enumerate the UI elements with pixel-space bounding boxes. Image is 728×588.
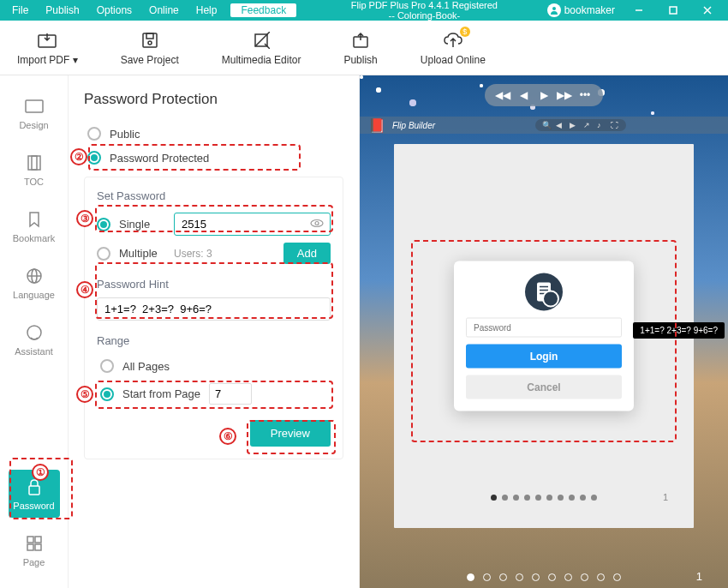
menu-file[interactable]: File	[3, 4, 37, 16]
main-toolbar: Import PDF ▾ Save Project Multimedia Edi…	[0, 21, 728, 75]
prev-page-icon[interactable]: ◀	[516, 88, 531, 102]
close-button[interactable]	[690, 0, 725, 21]
login-button[interactable]: Login	[466, 345, 622, 369]
radio-icon	[87, 151, 101, 165]
preview-nav-controls: ◀◀ ◀ ▶ ▶▶ •••	[485, 84, 603, 106]
users-count: Users: 3	[174, 248, 275, 260]
callout-5: ⑤	[76, 386, 93, 403]
upload-online-button[interactable]: Upload Online	[412, 27, 494, 69]
minimize-button[interactable]	[622, 0, 656, 21]
menu-help[interactable]: Help	[188, 4, 226, 16]
toc-icon	[24, 153, 45, 173]
share-icon[interactable]: ↗	[583, 121, 592, 129]
panel-title: Password Protection	[84, 91, 343, 108]
svg-point-0	[552, 7, 556, 10]
first-page-icon[interactable]: ◀◀	[495, 88, 510, 102]
set-password-label: Set Password	[97, 189, 331, 202]
radio-icon	[97, 218, 110, 231]
publish-label: Publish	[343, 54, 377, 66]
feedback-button[interactable]: Feedback	[230, 3, 296, 17]
sound-icon[interactable]: ♪	[597, 121, 606, 129]
sidebar-item-toc[interactable]: TOC	[9, 146, 60, 194]
start-page-input[interactable]	[209, 383, 252, 405]
next-page-icon[interactable]: ▶	[536, 88, 552, 102]
sidebar-item-language[interactable]: Language	[9, 259, 60, 307]
multimedia-icon	[251, 30, 272, 51]
preview-mini-toolbar: 🔍 ◀ ▶ ↗ ♪ ⛶	[535, 119, 626, 131]
radio-icon	[97, 247, 110, 261]
page-dots	[491, 495, 597, 501]
callout-3: ③	[76, 210, 93, 227]
svg-rect-12	[28, 156, 37, 170]
page-number: 1	[663, 492, 668, 502]
sidebar-item-design[interactable]: Design	[9, 89, 60, 137]
eye-icon[interactable]	[310, 218, 324, 231]
import-pdf-button[interactable]: Import PDF ▾	[9, 27, 87, 69]
svg-rect-22	[35, 544, 41, 550]
nav-icon[interactable]: ◀	[556, 121, 564, 129]
sidebar-item-bookmark[interactable]: Bookmark	[9, 202, 60, 250]
globe-icon	[24, 266, 45, 286]
bottom-page-number: 1	[696, 570, 702, 583]
single-password-input[interactable]	[174, 213, 331, 236]
callout-1: ①	[32, 464, 49, 481]
radio-icon	[87, 127, 101, 141]
last-page-icon[interactable]: ▶▶	[557, 88, 572, 102]
radio-start-from[interactable]: Start from Page	[97, 378, 331, 410]
multimedia-editor-button[interactable]: Multimedia Editor	[213, 27, 310, 69]
publish-button[interactable]: Publish	[335, 27, 385, 69]
cancel-button[interactable]: Cancel	[466, 375, 622, 399]
hint-tooltip: 1+1=? 2+3=? 9+6=?	[633, 322, 725, 339]
save-icon	[140, 30, 160, 51]
save-project-button[interactable]: Save Project	[112, 27, 188, 69]
svg-point-23	[311, 219, 323, 226]
import-icon	[37, 30, 57, 51]
add-button[interactable]: Add	[283, 243, 331, 264]
user-badge[interactable]: bookmaker	[547, 3, 615, 17]
more-icon[interactable]: •••	[577, 88, 593, 102]
left-sidebar: Design TOC Bookmark Language Assistant P…	[0, 75, 69, 588]
svg-rect-21	[27, 544, 33, 550]
preview-area: ◀◀ ◀ ▶ ▶▶ ••• 📕 Flip Builder 🔍 ◀ ▶ ↗ ♪ ⛶	[360, 75, 728, 588]
radio-protected[interactable]: Password Protected	[84, 146, 343, 170]
preview-button[interactable]: Preview	[250, 420, 331, 447]
maximize-button[interactable]	[656, 0, 690, 21]
radio-public[interactable]: Public	[84, 122, 343, 146]
menu-online[interactable]: Online	[140, 4, 188, 16]
svg-rect-19	[27, 537, 33, 543]
login-password-input[interactable]	[466, 318, 622, 338]
svg-rect-20	[35, 537, 41, 543]
menu-publish[interactable]: Publish	[37, 4, 87, 16]
user-icon	[547, 3, 561, 17]
assistant-icon	[24, 322, 45, 343]
svg-rect-2	[670, 7, 677, 14]
menu-options[interactable]: Options	[88, 4, 140, 16]
svg-point-17	[27, 326, 41, 339]
nav-icon[interactable]: ▶	[570, 121, 578, 129]
upload-label: Upload Online	[421, 54, 486, 66]
search-icon[interactable]: 🔍	[542, 121, 551, 129]
svg-rect-11	[26, 100, 43, 112]
save-label: Save Project	[121, 54, 179, 66]
sidebar-item-assistant[interactable]: Assistant	[9, 315, 60, 363]
login-dialog: Login Cancel	[454, 261, 634, 411]
range-label: Range	[97, 334, 331, 347]
svg-rect-7	[146, 33, 153, 39]
svg-rect-25	[537, 283, 551, 302]
preview-header: 📕 Flip Builder 🔍 ◀ ▶ ↗ ♪ ⛶	[360, 117, 728, 134]
callout-4: ④	[76, 281, 93, 298]
sidebar-item-page[interactable]: Page	[9, 526, 60, 574]
hint-label: Password Hint	[97, 278, 331, 291]
import-label: Import PDF ▾	[17, 54, 78, 66]
hint-input[interactable]	[97, 297, 331, 321]
bottom-dots	[467, 573, 621, 581]
document-lock-icon	[525, 273, 563, 311]
radio-single[interactable]: Single	[97, 209, 331, 239]
callout-6: ⑥	[219, 428, 236, 445]
publish-icon	[350, 30, 371, 51]
fullscreen-icon[interactable]: ⛶	[611, 121, 619, 129]
radio-multiple[interactable]: Multiple Users: 3 Add	[97, 239, 331, 267]
radio-icon	[100, 387, 114, 401]
radio-all-pages[interactable]: All Pages	[97, 354, 331, 378]
flip-logo-text: Flip Builder	[392, 121, 435, 130]
